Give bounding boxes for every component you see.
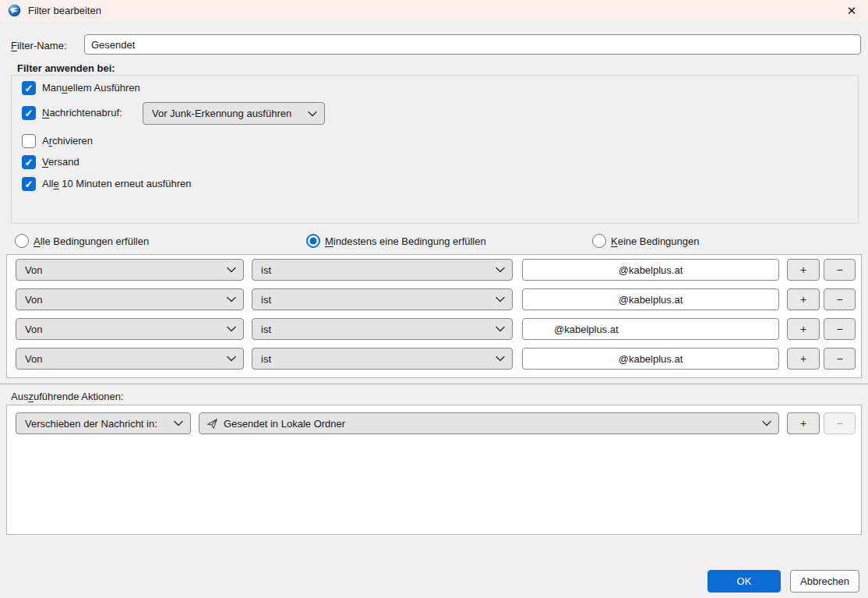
action-type-value: Verschieben der Nachricht in:: [25, 418, 157, 430]
checkbox-periodic-run[interactable]: ✓: [22, 177, 36, 191]
condition-operator-value: ist: [261, 294, 271, 306]
check-icon: ✓: [22, 155, 36, 169]
condition-value-input[interactable]: [522, 348, 779, 370]
condition-field-value: Von: [25, 264, 42, 276]
send-icon: [206, 418, 218, 430]
chevron-down-icon: [174, 420, 183, 426]
remove-action-button: −: [824, 412, 856, 434]
chevron-down-icon: [227, 267, 236, 273]
condition-operator-select[interactable]: ist: [252, 288, 513, 310]
checkbox-sending-label: Versand: [42, 155, 79, 169]
chevron-down-icon: [227, 326, 236, 332]
condition-operator-value: ist: [261, 264, 271, 276]
condition-value-input[interactable]: [522, 259, 779, 281]
chevron-down-icon: [308, 111, 317, 117]
checkbox-archiving[interactable]: [22, 134, 36, 148]
filter-name-input[interactable]: [84, 34, 861, 55]
condition-operator-select[interactable]: ist: [252, 318, 513, 340]
checkbox-manual-run[interactable]: ✓: [22, 81, 36, 95]
add-action-button[interactable]: +: [787, 412, 820, 434]
thunderbird-logo-icon: [8, 4, 21, 17]
checkbox-periodic-run-label: Alle 10 Minuten erneut ausführen: [42, 177, 192, 191]
radio-any-condition-label: Mindestens eine Bedingung erfüllen: [325, 235, 486, 249]
condition-field-value: Von: [25, 324, 42, 335]
chevron-down-icon: [496, 267, 505, 273]
check-icon: ✓: [22, 177, 36, 191]
condition-operator-select[interactable]: ist: [252, 348, 513, 370]
radio-any-condition[interactable]: [306, 234, 320, 248]
radio-all-conditions-label: Alle Bedingungen erfüllen: [34, 235, 149, 249]
checkbox-sending[interactable]: ✓: [22, 155, 36, 169]
cancel-button[interactable]: Abbrechen: [790, 570, 859, 593]
apply-section-heading: Filter anwenden bei:: [17, 62, 115, 76]
condition-field-value: Von: [25, 294, 42, 306]
radio-no-conditions[interactable]: [592, 234, 606, 248]
window-title: Filter bearbeiten: [28, 0, 101, 21]
junk-timing-select-value: Vor Junk-Erkennung ausführen: [152, 108, 291, 119]
action-folder-select[interactable]: Gesendet in Lokale Ordner: [199, 412, 779, 434]
filter-name-label: Filter-Name:: [11, 39, 67, 53]
condition-field-select[interactable]: Von: [16, 348, 244, 370]
remove-condition-button[interactable]: −: [824, 318, 856, 340]
check-icon: ✓: [22, 106, 36, 120]
titlebar: Filter bearbeiten ✕: [0, 0, 868, 21]
checkbox-getting-mail[interactable]: ✓: [22, 106, 36, 120]
add-condition-button[interactable]: +: [787, 318, 820, 340]
condition-field-select[interactable]: Von: [16, 259, 244, 281]
chevron-down-icon: [496, 356, 505, 362]
actions-heading: Auszuführende Aktionen:: [11, 390, 124, 404]
chevron-down-icon: [227, 296, 236, 303]
radio-all-conditions[interactable]: [15, 234, 29, 248]
remove-condition-button[interactable]: −: [824, 348, 856, 370]
chevron-down-icon: [496, 326, 505, 332]
chevron-down-icon: [762, 420, 771, 426]
ok-button[interactable]: OK: [707, 570, 781, 593]
checkbox-archiving-label: Archivieren: [42, 134, 93, 148]
check-icon: ✓: [22, 81, 36, 95]
apply-section-groupbox: [11, 75, 859, 224]
chevron-down-icon: [496, 296, 505, 303]
checkbox-getting-mail-label: Nachrichtenabruf:: [42, 106, 122, 120]
section-divider: [0, 384, 868, 384]
condition-field-value: Von: [25, 353, 42, 365]
remove-condition-button[interactable]: −: [824, 259, 856, 281]
chevron-down-icon: [227, 356, 236, 362]
condition-operator-select[interactable]: ist: [252, 259, 513, 281]
remove-condition-button[interactable]: −: [824, 288, 856, 310]
condition-operator-value: ist: [261, 353, 271, 365]
condition-field-select[interactable]: Von: [16, 318, 244, 340]
add-condition-button[interactable]: +: [787, 288, 820, 310]
condition-value-input[interactable]: [522, 288, 779, 310]
add-condition-button[interactable]: +: [787, 348, 820, 370]
checkbox-manual-run-label: Manuellem Ausführen: [42, 81, 140, 95]
radio-no-conditions-label: Keine Bedingungen: [611, 235, 700, 249]
condition-value-input[interactable]: [522, 318, 779, 340]
condition-operator-value: ist: [261, 324, 271, 335]
close-button[interactable]: ✕: [838, 0, 865, 21]
condition-field-select[interactable]: Von: [16, 288, 244, 310]
filter-edit-dialog: Filter bearbeiten ✕ Filter-Name: Filter …: [0, 0, 868, 598]
action-folder-value: Gesendet in Lokale Ordner: [224, 418, 345, 430]
add-condition-button[interactable]: +: [787, 259, 820, 281]
action-type-select[interactable]: Verschieben der Nachricht in:: [16, 412, 191, 434]
junk-timing-select[interactable]: Vor Junk-Erkennung ausführen: [143, 102, 325, 125]
close-icon: ✕: [847, 4, 857, 18]
